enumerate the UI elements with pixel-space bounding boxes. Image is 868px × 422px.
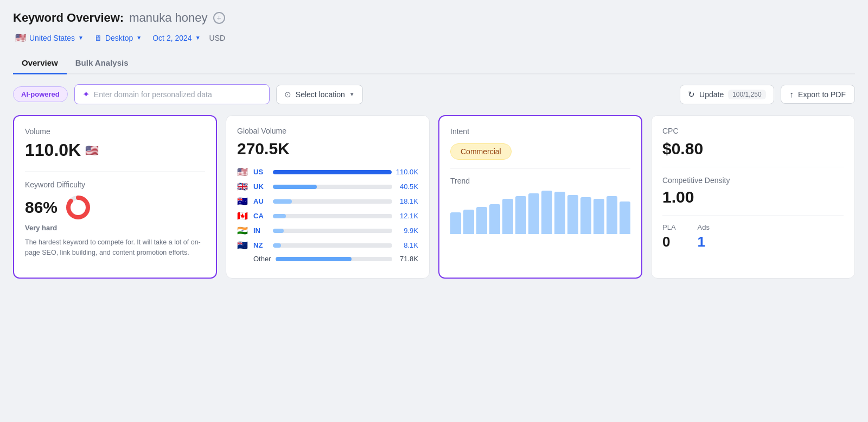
device-label: Desktop <box>105 34 133 42</box>
kd-row: 86% <box>25 193 205 222</box>
country-flag-icon: 🇦🇺 <box>237 196 249 206</box>
country-value: 40.5K <box>397 182 418 191</box>
country-value: 12.1K <box>397 212 418 220</box>
country-bar-fill <box>273 170 392 174</box>
trend-bar <box>607 196 617 234</box>
country-bar-fill <box>273 243 281 248</box>
sparkle-icon: ✦ <box>82 89 90 99</box>
competitive-density-label: Competitive Density <box>662 176 844 185</box>
action-bar: AI-powered ✦ Enter domain for personaliz… <box>13 84 855 104</box>
trend-bar <box>567 195 578 234</box>
update-button[interactable]: ↻ Update 100/1,250 <box>680 85 774 104</box>
add-keyword-button[interactable]: + <box>213 12 225 24</box>
country-row: 🇬🇧UK40.5K <box>237 181 418 192</box>
date-chevron-icon: ▼ <box>195 35 201 41</box>
country-row: 🇦🇺AU18.1K <box>237 196 418 206</box>
pla-value: 0 <box>662 234 676 250</box>
intent-label: Intent <box>450 127 630 136</box>
export-icon: ↑ <box>790 90 794 99</box>
trend-label: Trend <box>450 177 630 185</box>
currency-label: USD <box>209 34 226 42</box>
keyword-difficulty-section: Keyword Difficulty 86% Very hard The har… <box>25 171 205 258</box>
domain-input[interactable]: ✦ Enter domain for personalized data <box>74 84 270 104</box>
pla-item: PLA 0 <box>662 223 676 250</box>
trend-bar <box>580 197 591 234</box>
device-selector[interactable]: 🖥 Desktop ▼ <box>92 33 144 43</box>
country-flag-icon: 🇮🇳 <box>237 225 249 236</box>
date-selector[interactable]: Oct 2, 2024 ▼ <box>150 33 202 43</box>
tab-overview[interactable]: Overview <box>13 53 67 74</box>
ai-powered-badge: AI-powered <box>13 86 68 102</box>
intent-badge: Commercial <box>450 143 512 160</box>
country-bar-bg <box>273 243 392 248</box>
trend-bar <box>528 193 539 234</box>
country-row: 🇺🇸US110.0K <box>237 167 418 177</box>
update-counter: 100/1,250 <box>728 90 765 99</box>
date-label: Oct 2, 2024 <box>152 34 192 42</box>
volume-label: Volume <box>25 127 205 136</box>
country-flag-icon: 🇳🇿 <box>237 240 249 250</box>
country-bar-bg <box>273 229 392 233</box>
country-value: 9.9K <box>397 226 418 235</box>
tabs-row: Overview Bulk Analysis <box>13 53 855 74</box>
ads-label: Ads <box>698 223 710 231</box>
trend-bar <box>502 199 513 234</box>
country-flag-icon: 🇬🇧 <box>237 181 249 192</box>
country-bar-bg <box>273 185 392 189</box>
refresh-icon: ↻ <box>688 90 695 99</box>
domain-input-placeholder: Enter domain for personalized data <box>94 90 212 99</box>
pla-label: PLA <box>662 223 676 231</box>
global-volume-label: Global Volume <box>237 127 418 135</box>
trend-bar <box>463 210 474 234</box>
svg-point-1 <box>68 198 88 217</box>
trend-bar <box>476 207 487 234</box>
trend-bar <box>554 192 565 234</box>
export-label: Export to PDF <box>798 90 846 99</box>
country-flag: 🇺🇸 <box>15 33 26 43</box>
country-bar-fill <box>276 257 352 261</box>
kd-donut-chart <box>64 193 92 222</box>
country-label: United States <box>29 34 75 42</box>
trend-bar <box>489 204 500 234</box>
page-title-query: manuka honey <box>129 11 207 25</box>
tab-bulk-analysis[interactable]: Bulk Analysis <box>67 53 137 74</box>
country-value: 110.0K <box>396 168 418 176</box>
global-volume-card: Global Volume 270.5K 🇺🇸US110.0K🇬🇧UK40.5K… <box>226 115 430 279</box>
country-bar-bg <box>273 170 392 174</box>
country-code-label: NZ <box>253 241 269 249</box>
country-bar-bg <box>273 214 392 218</box>
country-code-label: US <box>253 168 269 176</box>
country-row: Other71.8K <box>237 255 418 263</box>
country-selector[interactable]: 🇺🇸 United States ▼ <box>13 32 86 44</box>
cards-grid: Volume 110.0K 🇺🇸 Keyword Difficulty 86% … <box>13 115 855 279</box>
kd-sublabel: Very hard <box>25 224 205 232</box>
competitive-density-section: Competitive Density 1.00 <box>662 167 844 206</box>
trend-bar <box>593 199 604 234</box>
volume-card: Volume 110.0K 🇺🇸 Keyword Difficulty 86% … <box>13 115 217 279</box>
device-chevron-icon: ▼ <box>136 35 142 41</box>
country-bar-bg <box>273 199 392 204</box>
trend-bars <box>450 191 630 234</box>
trend-bar <box>450 212 461 234</box>
country-code-label: Other <box>253 255 271 263</box>
trend-section: Trend <box>450 168 630 234</box>
competitive-density-value: 1.00 <box>662 188 844 206</box>
cpc-value: $0.80 <box>662 140 844 158</box>
country-bar-fill <box>273 229 284 233</box>
page-header: Keyword Overview: manuka honey + <box>13 11 855 25</box>
country-flag-icon: 🇨🇦 <box>237 211 249 221</box>
country-bar-bg <box>276 257 392 261</box>
volume-flag: 🇺🇸 <box>85 144 99 157</box>
location-selector[interactable]: ⊙ Select location ▼ <box>276 85 363 104</box>
volume-value: 110.0K 🇺🇸 <box>25 140 205 160</box>
intent-card: Intent Commercial Trend <box>438 115 642 279</box>
country-bar-fill <box>273 185 317 189</box>
kd-value: 86% <box>25 198 58 217</box>
trend-bar <box>515 196 526 234</box>
global-volume-value: 270.5K <box>237 140 418 158</box>
device-icon: 🖥 <box>94 34 102 42</box>
country-value: 71.8K <box>397 255 418 263</box>
kd-label: Keyword Difficulty <box>25 180 205 189</box>
export-button[interactable]: ↑ Export to PDF <box>781 85 855 104</box>
country-bar-fill <box>273 214 286 218</box>
